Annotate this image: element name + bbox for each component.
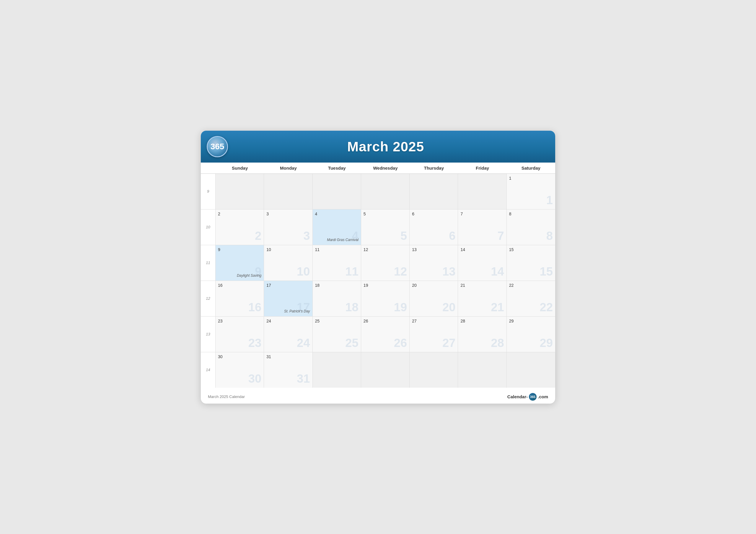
calendar-row: 911 [201, 174, 555, 210]
calendar-cell: 77 [458, 210, 506, 245]
day-header-monday: Monday [264, 163, 312, 173]
calendar-cell: 1212 [361, 245, 410, 281]
watermark-date: 13 [443, 265, 456, 278]
cell-date-number: 7 [460, 212, 463, 216]
watermark-date: 12 [394, 265, 407, 278]
calendar-cell: 2727 [410, 317, 458, 352]
week-number: 9 [201, 174, 216, 209]
day-headers-row: SundayMondayTuesdayWednesdayThursdayFrid… [201, 163, 555, 174]
calendar-cell: 1414 [458, 245, 506, 281]
calendar-cell: 2121 [458, 281, 506, 316]
cell-date-number: 17 [266, 283, 271, 288]
cell-date-number: 22 [509, 283, 514, 288]
calendar-cell: 1313 [410, 245, 458, 281]
watermark-date: 1 [546, 193, 553, 207]
watermark-date: 2 [255, 229, 261, 242]
footer-logo-text: 365 [530, 395, 535, 398]
watermark-date: 30 [248, 372, 262, 385]
cell-date-number: 27 [412, 318, 417, 323]
cell-date-number: 13 [412, 247, 417, 252]
calendar-body: 91110223344Mardi Gras Carnival5566778811… [201, 174, 555, 388]
calendar-cell: 1111 [313, 245, 361, 281]
cell-date-number: 4 [315, 212, 317, 216]
calendar-cell [313, 352, 361, 388]
cell-date-number: 3 [266, 212, 269, 216]
cell-date-number: 28 [460, 318, 465, 323]
watermark-date: 8 [546, 229, 553, 242]
watermark-date: 28 [491, 336, 504, 350]
watermark-date: 22 [540, 301, 553, 314]
calendar-cell: 2525 [313, 317, 361, 352]
calendar-container: 365 March 2025 SundayMondayTuesdayWednes… [201, 131, 555, 404]
cell-date-number: 9 [218, 247, 220, 252]
calendar-cell: 1717St. Patrick's Day [264, 281, 312, 316]
cell-date-number: 10 [266, 247, 271, 252]
day-header-friday: Friday [458, 163, 506, 173]
calendar-cell: 3030 [216, 352, 264, 388]
calendar-row: 1199Daylight Saving101011111212131314141… [201, 245, 555, 281]
watermark-date: 5 [400, 229, 407, 242]
calendar-cell [216, 174, 264, 209]
cell-date-number: 24 [266, 318, 271, 323]
watermark-date: 11 [345, 265, 359, 278]
footer-label: March 2025 Calendar [208, 394, 245, 399]
day-header-tuesday: Tuesday [313, 163, 361, 173]
week-number: 12 [201, 281, 216, 316]
calendar-cell: 44Mardi Gras Carnival [313, 210, 361, 245]
calendar-cell [410, 352, 458, 388]
calendar-cell: 3131 [264, 352, 312, 388]
calendar-cell [313, 174, 361, 209]
calendar-cell: 2323 [216, 317, 264, 352]
watermark-date: 27 [443, 336, 456, 350]
day-header-sunday: Sunday [216, 163, 264, 173]
calendar-cell: 66 [410, 210, 458, 245]
watermark-date: 25 [345, 336, 359, 350]
watermark-date: 16 [248, 301, 262, 314]
watermark-date: 18 [345, 301, 359, 314]
calendar-cell: 1818 [313, 281, 361, 316]
watermark-date: 6 [449, 229, 455, 242]
cell-date-number: 5 [364, 212, 366, 216]
cell-date-number: 15 [509, 247, 514, 252]
watermark-date: 31 [297, 372, 310, 385]
calendar-header: 365 March 2025 [201, 131, 555, 163]
cell-date-number: 12 [364, 247, 368, 252]
watermark-date: 7 [497, 229, 504, 242]
cell-date-number: 19 [364, 283, 368, 288]
watermark-date: 20 [443, 301, 456, 314]
calendar-cell [458, 174, 506, 209]
cell-date-number: 31 [266, 354, 271, 359]
calendar-cell: 88 [507, 210, 555, 245]
day-header-wednesday: Wednesday [361, 163, 410, 173]
calendar-cell: 1919 [361, 281, 410, 316]
calendar-cell [361, 174, 410, 209]
week-number: 13 [201, 317, 216, 352]
footer-brand-suffix: .com [538, 394, 548, 399]
cell-date-number: 25 [315, 318, 320, 323]
watermark-date: 23 [248, 336, 262, 350]
calendar-cell: 55 [361, 210, 410, 245]
calendar-row: 1216161717St. Patrick's Day1818191920202… [201, 281, 555, 317]
footer-logo-circle: 365 [529, 393, 537, 401]
watermark-date: 15 [540, 265, 553, 278]
cell-date-number: 2 [218, 212, 220, 216]
calendar-cell [507, 352, 555, 388]
week-number: 11 [201, 245, 216, 281]
watermark-date: 10 [297, 265, 310, 278]
logo-circle: 365 [207, 136, 228, 157]
calendar-title: March 2025 [228, 139, 543, 155]
week-num-header-spacer [201, 163, 216, 173]
calendar-cell: 11 [507, 174, 555, 209]
calendar-cell [361, 352, 410, 388]
day-header-saturday: Saturday [507, 163, 555, 173]
cell-date-number: 16 [218, 283, 223, 288]
calendar-cell: 1010 [264, 245, 312, 281]
calendar-cell: 22 [216, 210, 264, 245]
cell-date-number: 23 [218, 318, 223, 323]
cell-date-number: 21 [460, 283, 465, 288]
calendar-cell: 33 [264, 210, 312, 245]
calendar-cell [410, 174, 458, 209]
calendar-cell: 2828 [458, 317, 506, 352]
watermark-date: 26 [394, 336, 407, 350]
calendar-cell: 2929 [507, 317, 555, 352]
